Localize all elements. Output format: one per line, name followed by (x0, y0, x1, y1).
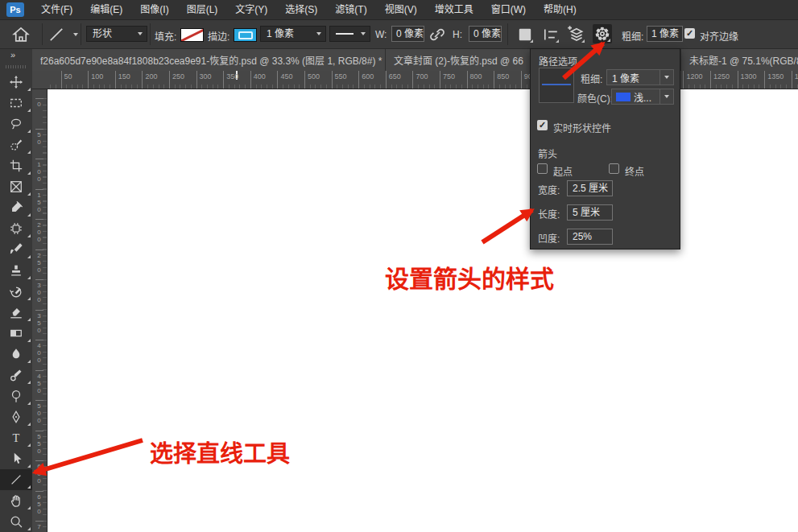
dodge-tool[interactable] (0, 386, 32, 406)
type-tool[interactable]: T (0, 427, 32, 448)
brush-tool-icon (9, 242, 23, 257)
ruler-label: 1200 (683, 71, 702, 89)
menu-item-9[interactable]: 增效工具 (426, 0, 482, 19)
shape-height-input[interactable]: 0 像素 (469, 26, 502, 42)
chevron-down-icon (138, 32, 143, 35)
brush-tool[interactable] (0, 239, 32, 260)
menu-item-3[interactable]: 图像(I) (131, 0, 177, 19)
line-preview-stroke (542, 84, 571, 85)
path-operations-button[interactable] (515, 25, 535, 44)
type-tool-icon: T (9, 431, 23, 445)
tool-options-bar: 形状 填充: 描边: 1 像素 W: 0 像素 H: 0 像素 (0, 20, 798, 49)
arrow-width-label: 宽度: (538, 183, 560, 196)
eyedropper-tool[interactable] (0, 197, 32, 218)
link-dimensions-button[interactable] (428, 25, 447, 44)
vertical-ruler[interactable]: 0501001502002503003504004505005506006507… (32, 89, 48, 532)
weight-input[interactable]: 1 像素 (647, 26, 683, 42)
smudge-tool[interactable] (0, 365, 32, 386)
svg-text:T: T (13, 431, 20, 444)
live-shape-checkbox[interactable]: ✓ (537, 120, 548, 130)
quick-selection-tool[interactable] (0, 134, 32, 155)
pen-tool[interactable] (0, 406, 32, 427)
line-tool[interactable] (0, 469, 32, 490)
ruler-label: 650 (386, 71, 401, 89)
weight-label: 粗细: (622, 29, 643, 43)
ruler-label: 300 (35, 279, 43, 303)
pen-tool-icon (9, 410, 23, 424)
expand-tools-button[interactable]: » (10, 50, 14, 60)
arrowhead-end-checkbox[interactable] (609, 163, 619, 174)
stroke-style-select[interactable] (329, 26, 370, 42)
horizontal-ruler[interactable]: 5010015020025030035040045050055060065070… (32, 71, 798, 89)
blur-tool[interactable] (0, 344, 32, 365)
menu-item-6[interactable]: 选择(S) (276, 0, 326, 19)
crop-tool[interactable] (0, 155, 32, 176)
annotation-select-line-tool: 选择直线工具 (150, 435, 290, 468)
chevron-down-icon[interactable] (73, 33, 78, 36)
flyout-indicator (27, 360, 31, 363)
menu-item-1[interactable]: 文件(F) (32, 0, 81, 19)
menu-bar: Ps 文件(F)编辑(E)图像(I)图层(L)文字(Y)选择(S)滤镜(T)视图… (0, 0, 798, 20)
arrow-length-input[interactable]: 5 厘米 (567, 204, 613, 221)
document-tab-3[interactable]: 未标题-1 @ 75.1%(RGB/8 (681, 48, 798, 71)
tool-mode-select[interactable]: 形状 (86, 26, 147, 42)
panel-title: 路径选项 (539, 54, 577, 68)
annotation-set-arrow-style: 设置箭头的样式 (385, 259, 554, 295)
eraser-tool[interactable] (0, 302, 32, 323)
path-alignment-button[interactable] (541, 25, 560, 44)
thickness-select[interactable]: 1 像素 (606, 69, 674, 85)
move-tool[interactable] (0, 72, 32, 93)
flyout-indicator (27, 402, 31, 405)
arrowhead-start-checkbox[interactable] (537, 163, 548, 174)
history-brush-tool[interactable] (0, 281, 32, 302)
separator (507, 23, 508, 45)
ruler-label: 150 (35, 189, 43, 213)
home-button[interactable] (11, 25, 31, 44)
arrow-concavity-input[interactable]: 25% (567, 229, 613, 245)
geometry-options-button[interactable] (593, 24, 612, 43)
menu-item-11[interactable]: 帮助(H) (535, 0, 585, 19)
tools-panel-grip[interactable] (6, 65, 27, 68)
flyout-indicator (607, 39, 610, 42)
arrow-width-input[interactable]: 2.5 厘米 (567, 180, 613, 196)
ruler-label: 0 (35, 98, 43, 108)
current-tool-button[interactable] (47, 25, 66, 44)
document-tab-1[interactable]: f26a605d7e90e8a84f1808b23cea9e91-恢复的.psd… (32, 48, 386, 71)
frame-tool[interactable] (0, 176, 32, 197)
gradient-tool[interactable] (0, 323, 32, 344)
history-brush-tool-icon (9, 284, 23, 299)
path-selection-tool[interactable] (0, 448, 32, 469)
menu-item-5[interactable]: 文字(Y) (226, 0, 276, 19)
flyout-indicator (27, 213, 31, 217)
shape-width-input[interactable]: 0 像素 (391, 26, 424, 42)
eyedropper-tool-icon (9, 200, 23, 215)
flyout-indicator (27, 381, 31, 384)
ruler-label: 600 (35, 460, 43, 485)
path-arrangement-button[interactable] (567, 25, 586, 44)
flyout-indicator (27, 443, 31, 447)
stroke-swatch[interactable] (234, 28, 257, 42)
fill-swatch[interactable] (180, 28, 204, 42)
zoom-tool[interactable] (0, 511, 32, 532)
menu-item-8[interactable]: 视图(V) (376, 0, 426, 19)
menu-item-10[interactable]: 窗口(W) (482, 0, 535, 19)
align-edges-checkbox[interactable]: ✓ (684, 28, 695, 39)
flyout-indicator (27, 297, 31, 300)
clone-stamp-tool[interactable] (0, 260, 32, 281)
menu-item-7[interactable]: 滤镜(T) (326, 0, 375, 19)
lasso-tool[interactable] (0, 113, 32, 134)
marquee-tool[interactable] (0, 93, 32, 113)
menu-item-4[interactable]: 图层(L) (178, 0, 227, 19)
ruler-label: 450 (277, 71, 292, 89)
stroke-width-select[interactable]: 1 像素 (260, 26, 326, 42)
hand-tool[interactable] (0, 490, 32, 511)
menu-item-2[interactable]: 编辑(E) (81, 0, 131, 19)
chevron-down-icon (361, 32, 366, 35)
ruler-origin-corner[interactable] (32, 71, 47, 89)
healing-brush-tool[interactable] (0, 218, 32, 239)
stroke-width-value: 1 像素 (261, 27, 312, 41)
frame-tool-icon (9, 179, 23, 194)
color-select[interactable]: 浅... (611, 89, 674, 105)
ruler-label: 150 (115, 71, 130, 89)
ruler-label: 500 (35, 400, 43, 424)
